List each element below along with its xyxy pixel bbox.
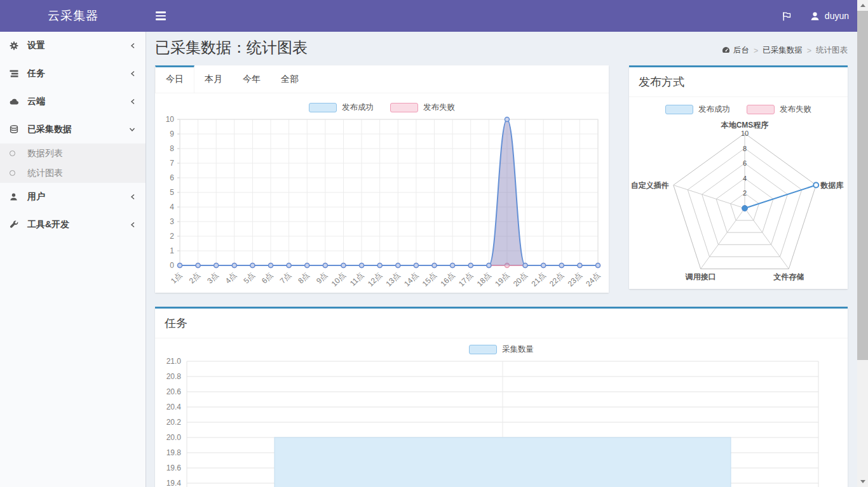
scrollbar-down-arrow[interactable] — [857, 476, 868, 487]
svg-text:4: 4 — [743, 175, 747, 182]
sidebar-item-cloud[interactable]: 云端 — [0, 88, 146, 116]
legend-item[interactable]: 采集数量 — [469, 344, 534, 355]
svg-text:24点: 24点 — [584, 270, 602, 288]
svg-text:6点: 6点 — [260, 270, 275, 285]
svg-text:9: 9 — [170, 130, 174, 138]
svg-text:17点: 17点 — [457, 270, 475, 288]
sidebar-item-collected-data[interactable]: 已采集数据 — [0, 116, 146, 143]
legend-item[interactable]: 发布成功 — [665, 104, 730, 115]
user-icon — [810, 11, 820, 21]
sidebar-item-settings[interactable]: 设置 — [0, 32, 146, 60]
svg-text:自定义插件: 自定义插件 — [631, 181, 669, 190]
page-scrollbar[interactable] — [857, 0, 868, 487]
user-icon — [10, 192, 27, 201]
legend-label: 发布成功 — [698, 104, 730, 115]
svg-text:11点: 11点 — [348, 270, 365, 288]
svg-text:3点: 3点 — [205, 270, 220, 285]
sidebar-item-label: 用户 — [27, 191, 45, 203]
svg-text:15点: 15点 — [421, 270, 438, 288]
legend-item[interactable]: 发布失败 — [747, 104, 811, 115]
chevron-left-icon — [130, 42, 136, 50]
svg-text:21.0: 21.0 — [166, 357, 182, 366]
breadcrumb-home-label: 后台 — [733, 45, 749, 56]
flag-button[interactable] — [782, 0, 792, 32]
svg-text:10点: 10点 — [330, 270, 348, 288]
svg-text:20.8: 20.8 — [166, 372, 182, 381]
svg-text:20.4: 20.4 — [166, 403, 182, 411]
svg-text:9点: 9点 — [315, 270, 329, 285]
sidebar-subitem-label: 统计图表 — [27, 168, 63, 179]
scrollbar-up-arrow[interactable] — [857, 0, 868, 11]
svg-text:1点: 1点 — [169, 270, 184, 285]
hamburger-icon — [156, 15, 166, 17]
username: duyun — [825, 11, 849, 21]
svg-text:21点: 21点 — [529, 270, 547, 288]
panel-title: 任务 — [155, 309, 848, 338]
top-navbar: 云采集器 duyun — [0, 0, 868, 32]
svg-text:19点: 19点 — [493, 270, 511, 288]
sidebar-submenu: 数据列表 统计图表 — [0, 143, 146, 183]
tab-this-month[interactable]: 本月 — [194, 65, 233, 93]
svg-text:文件存储: 文件存储 — [773, 272, 804, 281]
tasks-panel: 任务 采集数量 21.020.820.620.420.220.019.819.6… — [155, 307, 848, 487]
svg-text:20点: 20点 — [512, 270, 529, 288]
dashboard-icon — [722, 46, 730, 55]
line-chart-legend: 发布成功发布失败 — [155, 102, 609, 113]
chevron-down-icon — [128, 126, 136, 133]
svg-text:6: 6 — [743, 159, 747, 167]
sidebar-item-tasks[interactable]: 任务 — [0, 60, 146, 88]
sidebar-item-label: 云端 — [27, 96, 45, 107]
svg-text:4: 4 — [170, 203, 174, 211]
tasks-icon — [10, 69, 27, 78]
legend-swatch — [309, 103, 337, 112]
svg-text:7: 7 — [170, 159, 174, 168]
bar-chart: 21.020.820.620.420.220.019.819.619.419.2 — [155, 356, 848, 487]
svg-text:20.2: 20.2 — [166, 418, 182, 427]
breadcrumb-section-link[interactable]: 已采集数据 — [763, 45, 803, 56]
tab-all[interactable]: 全部 — [271, 65, 309, 93]
tab-this-year[interactable]: 今年 — [233, 65, 271, 93]
legend-item[interactable]: 发布成功 — [309, 102, 374, 113]
sidebar-item-stats-chart[interactable]: 统计图表 — [0, 163, 146, 183]
breadcrumb-home-link[interactable]: 后台 — [722, 45, 749, 56]
svg-text:10: 10 — [166, 116, 175, 124]
sidebar-toggle-button[interactable] — [146, 0, 175, 32]
panel-title: 发布方式 — [629, 67, 848, 97]
tab-today[interactable]: 今日 — [155, 65, 194, 93]
legend-label: 采集数量 — [502, 344, 534, 355]
svg-text:2: 2 — [170, 232, 174, 241]
publish-method-panel: 发布方式 发布成功发布失败 246810本地CMS程序数据库文件存储调用接口自定… — [629, 65, 848, 289]
sidebar-item-label: 已采集数据 — [27, 124, 72, 135]
svg-text:18点: 18点 — [475, 270, 493, 288]
sidebar-item-data-list[interactable]: 数据列表 — [0, 143, 146, 163]
svg-text:22点: 22点 — [548, 270, 566, 288]
sidebar-item-users[interactable]: 用户 — [0, 183, 146, 211]
legend-swatch — [469, 345, 497, 354]
legend-label: 发布失败 — [423, 102, 455, 113]
scrollbar-thumb[interactable] — [857, 11, 868, 360]
sidebar-item-tools-dev[interactable]: 工具&开发 — [0, 211, 146, 239]
sidebar-item-label: 工具&开发 — [27, 219, 69, 230]
breadcrumb-section-label: 已采集数据 — [763, 45, 803, 56]
page-title: 已采集数据：统计图表 — [155, 37, 308, 58]
brand-logo[interactable]: 云采集器 — [0, 0, 146, 32]
svg-text:12点: 12点 — [366, 270, 384, 288]
user-menu[interactable]: duyun — [810, 0, 849, 32]
legend-label: 发布失败 — [780, 104, 811, 115]
svg-text:14点: 14点 — [402, 270, 420, 288]
cloud-icon — [10, 97, 27, 106]
legend-swatch — [390, 103, 418, 112]
svg-text:4点: 4点 — [224, 270, 238, 285]
svg-text:2点: 2点 — [187, 270, 202, 285]
svg-text:13点: 13点 — [384, 270, 402, 288]
legend-swatch — [665, 105, 693, 114]
line-chart: 0123456789101点2点3点4点5点6点7点8点9点10点11点12点1… — [155, 116, 609, 292]
breadcrumb: 后台 > 已采集数据 > 统计图表 — [722, 45, 848, 56]
svg-text:23点: 23点 — [566, 270, 584, 288]
sidebar-item-label: 设置 — [27, 40, 45, 51]
svg-text:5: 5 — [170, 188, 174, 197]
legend-item[interactable]: 发布失败 — [390, 102, 455, 113]
bar-chart-legend: 采集数量 — [155, 344, 848, 355]
radar-chart-legend: 发布成功发布失败 — [629, 103, 848, 115]
svg-text:本地CMS程序: 本地CMS程序 — [721, 121, 769, 130]
